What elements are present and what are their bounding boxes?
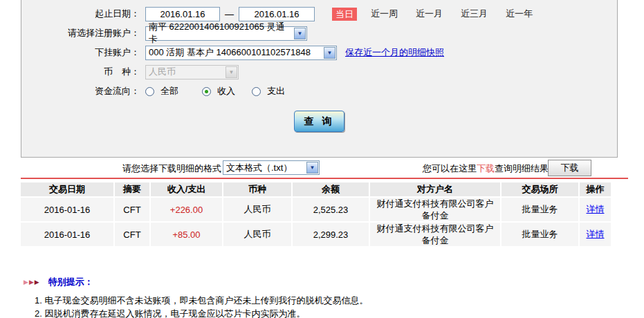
cell-amount: +85.00 (151, 223, 222, 246)
register-account-select[interactable]: 南平 6222001406100921065 灵通卡 ▼ (145, 26, 307, 41)
table-header-row: 交易日期 摘要 收入/支出 币种 余额 对方户名 交易场所 操作 (21, 183, 611, 196)
direction-expense-label[interactable]: 支出 (267, 85, 285, 97)
currency-label: 币 种： (21, 66, 140, 78)
date-range-row: 起止日期： 2016.01.16 — 2016.01.16 当日 近一周 近一月… (21, 6, 617, 21)
col-header-venue: 交易场所 (502, 183, 578, 196)
register-account-row: 请选择注册账户： 南平 6222001406100921065 灵通卡 ▼ (21, 26, 617, 41)
direction-all-radio[interactable] (145, 87, 154, 96)
fund-direction-row: 资金流向： 全部 收入 支出 (21, 84, 617, 99)
start-date-input[interactable]: 2016.01.16 (145, 7, 220, 21)
sub-account-label: 下挂账户： (21, 46, 140, 59)
download-hint-prefix: 您可以在这里 (423, 163, 477, 174)
col-header-currency: 币种 (223, 183, 291, 196)
currency-select: 人民币 ▼ (145, 65, 239, 80)
cell-balance: 2,299.23 (293, 223, 369, 246)
query-button[interactable]: 查 询 (294, 111, 344, 132)
note-item: 1. 电子现金交易明细不含未达账项，即未包含商户还未上传到我行的脱机交易信息。 (35, 294, 636, 307)
date-range-label: 起止日期： (21, 8, 140, 20)
date-separator: — (225, 9, 234, 19)
save-snapshot-link[interactable]: 保存近一个月的明细快照 (345, 46, 444, 59)
register-account-label: 请选择注册账户： (21, 27, 140, 39)
quick-range-month-button[interactable]: 近一月 (416, 8, 443, 20)
special-notes: ▶▶▶ 特别提示： 1. 电子现金交易明细不含未达账项，即未包含商户还未上传到我… (0, 276, 636, 318)
cell-date: 2016-01-16 (21, 223, 113, 246)
download-format-select[interactable]: 文本格式（.txt） ▼ (223, 160, 320, 175)
cell-currency: 人民币 (223, 223, 291, 246)
direction-income-radio[interactable] (202, 87, 211, 96)
direction-income-label[interactable]: 收入 (217, 85, 235, 97)
cell-amount: +226.00 (151, 198, 222, 221)
cell-venue: 批量业务 (502, 223, 578, 246)
table-row: 2016-01-16 CFT +85.00 人民币 2,299.23 财付通支付… (21, 223, 611, 246)
cell-date: 2016-01-16 (21, 198, 113, 221)
quick-range-today-button[interactable]: 当日 (332, 8, 357, 21)
dropdown-arrow-icon[interactable]: ▼ (306, 162, 318, 174)
download-hint: 您可以在这里下载查询明细结果 (423, 162, 549, 175)
direction-expense-radio[interactable] (252, 87, 261, 96)
sub-account-select[interactable]: 000 活期 基本户 1406600101102571848 ▼ (145, 46, 337, 60)
cell-counterparty: 财付通支付科技有限公司客户备付金 (370, 198, 500, 221)
dropdown-arrow-icon[interactable]: ▼ (294, 28, 306, 39)
download-row: 请您选择下载明细的格式 文本格式（.txt） ▼ 您可以在这里下载查询明细结果 … (0, 158, 644, 178)
dropdown-arrow-icon: ▼ (226, 66, 237, 78)
currency-value: 人民币 (149, 66, 176, 78)
col-header-balance: 余额 (293, 183, 369, 196)
dropdown-arrow-icon[interactable]: ▼ (324, 47, 335, 59)
transaction-table: 交易日期 摘要 收入/支出 币种 余额 对方户名 交易场所 操作 2016-01… (19, 181, 612, 247)
col-header-counterparty: 对方户名 (370, 183, 500, 196)
download-format-value: 文本格式（.txt） (226, 162, 292, 174)
cell-balance: 2,525.23 (293, 198, 369, 221)
note-item: 2. 因脱机消费存在延迟入账情况，电子现金应以芯片卡内实际为准。 (35, 307, 636, 318)
detail-link[interactable]: 详情 (587, 229, 605, 239)
quick-range-quarter-button[interactable]: 近三月 (461, 8, 488, 20)
query-form-panel: 起止日期： 2016.01.16 — 2016.01.16 当日 近一周 近一月… (21, 0, 618, 158)
table-row: 2016-01-16 CFT +226.00 人民币 2,525.23 财付通支… (21, 198, 611, 221)
alert-arrows-icon: ▶▶▶ (24, 279, 40, 286)
detail-link[interactable]: 详情 (587, 204, 605, 214)
cell-summary: CFT (115, 198, 149, 221)
col-header-action: 操作 (580, 183, 611, 196)
notes-title: 特别提示： (48, 276, 93, 288)
register-account-value: 南平 6222001406100921065 灵通卡 (149, 21, 293, 46)
fund-direction-label: 资金流向： (21, 85, 140, 97)
cell-currency: 人民币 (223, 198, 291, 221)
download-button[interactable]: 下载 (548, 160, 591, 176)
cell-counterparty: 财付通支付科技有限公司客户备付金 (370, 223, 500, 246)
cell-venue: 批量业务 (502, 198, 578, 221)
table-top-divider (21, 178, 628, 179)
sub-account-row: 下挂账户： 000 活期 基本户 1406600101102571848 ▼ 保… (21, 45, 617, 60)
quick-range-year-button[interactable]: 近一年 (506, 8, 533, 20)
col-header-summary: 摘要 (115, 183, 149, 196)
col-header-amount: 收入/支出 (151, 183, 222, 196)
direction-all-label[interactable]: 全部 (160, 85, 178, 97)
transaction-query-page: 起止日期： 2016.01.16 — 2016.01.16 当日 近一周 近一月… (0, 0, 644, 318)
cell-summary: CFT (115, 223, 149, 246)
end-date-input[interactable]: 2016.01.16 (239, 7, 315, 21)
download-hint-link[interactable]: 下载 (477, 163, 495, 174)
quick-range-week-button[interactable]: 近一周 (371, 8, 398, 20)
download-hint-suffix: 查询明细结果 (495, 163, 549, 174)
download-format-label: 请您选择下载明细的格式 (0, 162, 221, 175)
currency-row: 币 种： 人民币 ▼ (21, 64, 617, 80)
col-header-date: 交易日期 (21, 183, 113, 196)
sub-account-value: 000 活期 基本户 1406600101102571848 (149, 46, 311, 59)
